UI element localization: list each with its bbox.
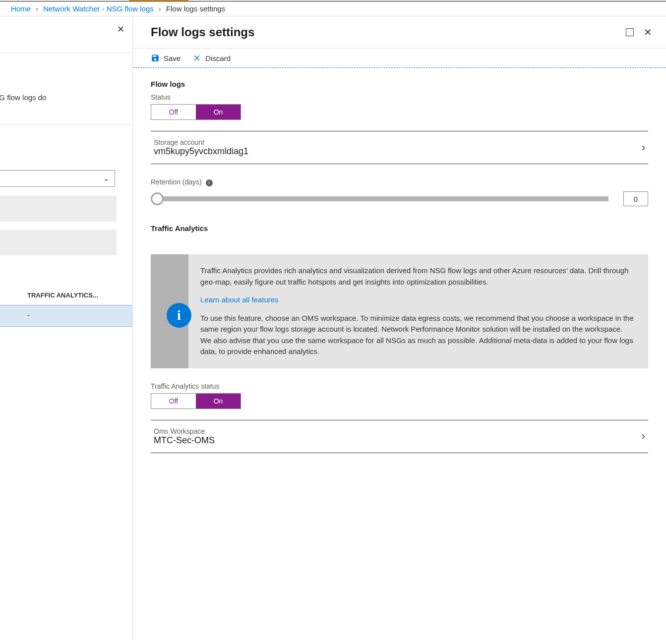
blade-title: Flow logs settings <box>151 25 254 39</box>
oms-workspace-label: Oms Workspace <box>154 427 215 435</box>
chevron-right-icon: › <box>36 4 38 13</box>
close-icon[interactable]: ✕ <box>117 24 124 35</box>
info-paragraph: We also advise that you use the same wor… <box>200 335 636 357</box>
slider-thumb[interactable] <box>151 192 164 205</box>
status-label: Status <box>151 93 648 101</box>
section-title-traffic: Traffic Analytics <box>151 224 648 233</box>
toggle-off[interactable]: Off <box>151 394 196 409</box>
storage-account-picker[interactable]: Storage account vm5kupy5yvcbxmldiag1 › <box>151 131 648 164</box>
chevron-right-icon: › <box>642 430 645 443</box>
close-icon <box>192 54 201 62</box>
ta-status-label: Traffic Analytics status <box>151 382 648 390</box>
slider-bar <box>163 196 608 201</box>
chevron-right-icon: › <box>642 141 645 154</box>
toolbar: Save Discard <box>133 49 666 68</box>
cell-value: - <box>27 311 30 319</box>
toggle-on[interactable]: On <box>196 105 241 119</box>
info-icon: i <box>167 303 191 328</box>
breadcrumb-current: Flow logs settings <box>166 4 225 13</box>
info-icon[interactable]: i <box>206 179 213 186</box>
toggle-on[interactable]: On <box>196 394 241 409</box>
breadcrumb-home[interactable]: Home <box>11 4 31 13</box>
toggle-off[interactable]: Off <box>151 105 196 119</box>
blade: Flow logs settings ✕ Save Discard Flow l… <box>133 16 666 641</box>
placeholder-band <box>0 230 117 255</box>
divider <box>0 124 132 125</box>
info-paragraph: Traffic Analytics provides rich analytic… <box>200 265 636 288</box>
section-title-flowlogs: Flow logs <box>151 80 648 88</box>
save-icon <box>151 54 160 62</box>
ta-status-toggle[interactable]: Off On <box>151 393 241 409</box>
maximize-icon[interactable] <box>626 28 634 36</box>
status-toggle[interactable]: Off On <box>151 104 241 120</box>
left-info-text: groups (classic) . NSG flow logs do <box>0 93 46 102</box>
info-paragraph: To use this feature, choose an OMS works… <box>200 313 636 335</box>
discard-label: Discard <box>205 54 231 62</box>
breadcrumb-parent[interactable]: Network Watcher - NSG flow logs <box>43 4 154 13</box>
save-button[interactable]: Save <box>151 54 181 62</box>
table-row[interactable]: - <box>0 305 132 327</box>
save-label: Save <box>164 54 181 62</box>
chevron-right-icon: › <box>159 4 161 13</box>
left-pane: ✕ groups (classic) . NSG flow logs do t … <box>0 16 133 641</box>
retention-value[interactable]: 0 <box>623 191 648 206</box>
retention-slider[interactable] <box>151 192 608 205</box>
breadcrumb: Home › Network Watcher - NSG flow logs ›… <box>0 1 666 16</box>
oms-workspace-picker[interactable]: Oms Workspace MTC-Sec-OMS › <box>151 420 648 453</box>
blade-header: Flow logs settings ✕ <box>133 16 666 49</box>
storage-account-value: vm5kupy5yvcbxmldiag1 <box>154 146 248 157</box>
discard-button[interactable]: Discard <box>192 54 231 62</box>
oms-workspace-value: MTC-Sec-OMS <box>154 435 215 446</box>
learn-more-link[interactable]: Learn about all features <box>200 294 279 306</box>
chevron-down-icon: ⌄ <box>103 174 110 183</box>
filter-select[interactable]: t filtering ... ⌄ <box>0 170 115 187</box>
divider <box>0 53 132 53</box>
storage-account-label: Storage account <box>154 138 248 146</box>
col-header: TRAFFIC ANALYTICS... <box>27 292 98 299</box>
info-card: i Traffic Analytics provides rich analyt… <box>151 254 648 368</box>
close-icon[interactable]: ✕ <box>644 27 652 37</box>
retention-label: Retention (days) i <box>151 178 648 186</box>
placeholder-band <box>0 196 117 222</box>
